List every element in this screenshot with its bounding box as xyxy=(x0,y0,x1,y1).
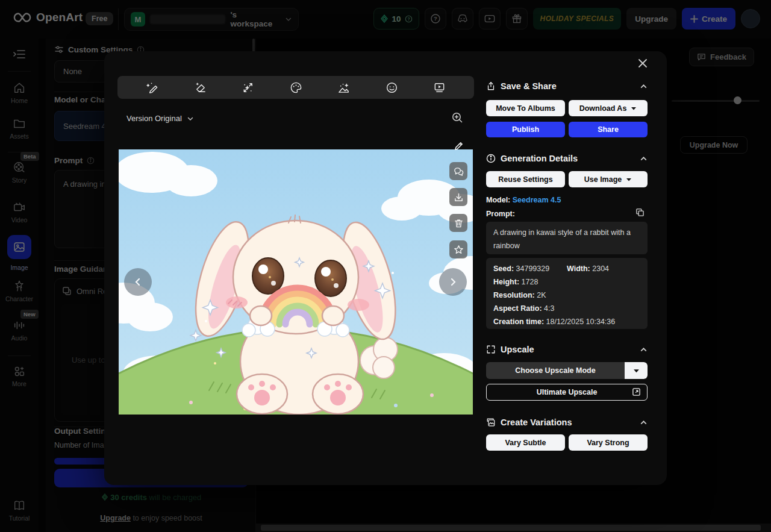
pencil-icon xyxy=(454,141,464,151)
comment-image-button[interactable] xyxy=(449,162,467,180)
prompt-label: Prompt: xyxy=(486,210,515,218)
expand-icon xyxy=(486,345,496,354)
generation-details-header[interactable]: Generation Details xyxy=(486,152,648,164)
save-share-buttons: Move To Albums Download As xyxy=(486,100,648,116)
vary-strong-button[interactable]: Vary Strong xyxy=(569,434,648,451)
face-icon xyxy=(386,81,398,94)
download-icon xyxy=(454,192,464,202)
prompt-value-box[interactable]: A drawing in kawai style of a rabbit wit… xyxy=(486,222,648,254)
enhance-button[interactable] xyxy=(235,78,261,97)
aspect-ratio-label: Aspect Ratio: xyxy=(493,304,542,313)
aspect-ratio-row: Aspect Ratio: 4:3 xyxy=(493,302,640,315)
version-selector-label: Version Original xyxy=(126,114,182,123)
choose-upscale-mode-button[interactable]: Choose Upscale Mode xyxy=(486,362,648,379)
prompt-value-text: A drawing in kawai style of a rabbit wit… xyxy=(493,228,631,250)
variations-icon xyxy=(486,418,496,427)
animate-button[interactable] xyxy=(426,78,453,97)
share-button[interactable]: Share xyxy=(569,122,648,137)
delete-image-button[interactable] xyxy=(449,214,467,232)
chevron-left-icon xyxy=(133,277,143,287)
share-icon xyxy=(486,81,496,91)
image-detail-modal: Version Original xyxy=(104,51,667,485)
chevron-up-icon xyxy=(640,155,648,163)
chat-bubbles-icon xyxy=(454,166,464,177)
vary-subtle-button[interactable]: Vary Subtle xyxy=(486,434,565,451)
reuse-settings-button[interactable]: Reuse Settings xyxy=(486,171,565,187)
image-remix-icon xyxy=(337,81,350,94)
generation-action-buttons: Reuse Settings Use Image xyxy=(486,171,648,187)
upscale-title: Upscale xyxy=(501,345,534,354)
chevron-up-icon xyxy=(640,419,648,427)
choose-upscale-mode-label: Choose Upscale Mode xyxy=(486,362,625,379)
upscale-mode-dropdown[interactable] xyxy=(625,362,648,379)
face-swap-button[interactable] xyxy=(378,78,405,97)
star-icon xyxy=(454,245,464,255)
external-link-icon xyxy=(632,387,641,396)
model-link[interactable]: Seedream 4.5 xyxy=(513,196,561,204)
height-label: Height: xyxy=(493,278,519,286)
creation-time-label: Creation time: xyxy=(493,318,544,326)
version-selector[interactable]: Version Original xyxy=(126,114,194,123)
create-variations-header[interactable]: Create Variations xyxy=(486,416,648,428)
app-root: OpenArt Free M 's workspace 10 ? ? xyxy=(0,0,771,532)
create-variations-title: Create Variations xyxy=(501,418,572,427)
kawaii-rabbit-rainbow-art xyxy=(119,149,473,415)
magic-edit-icon xyxy=(146,81,158,94)
magic-eraser-icon xyxy=(194,81,207,94)
favorite-image-button[interactable] xyxy=(449,240,467,258)
generated-image[interactable] xyxy=(119,149,473,415)
next-image-button[interactable] xyxy=(439,268,467,296)
details-sidebar: Save & Share Move To Albums Download As … xyxy=(486,51,648,485)
save-share-title: Save & Share xyxy=(501,81,557,91)
ultimate-upscale-button[interactable]: Ultimate Upscale xyxy=(486,384,648,401)
creation-time-value: 18/12/2025 10:34:36 xyxy=(546,318,616,326)
download-as-button[interactable]: Download As xyxy=(569,100,648,116)
creation-time-row: Creation time: 18/12/2025 10:34:36 xyxy=(493,315,640,328)
seed-value: 34799329 xyxy=(516,264,550,273)
ultimate-upscale-label: Ultimate Upscale xyxy=(537,388,598,396)
use-image-label: Use Image xyxy=(584,175,622,184)
height-value: 1728 xyxy=(522,278,538,286)
dropdown-caret-icon xyxy=(626,177,632,182)
chevron-up-icon xyxy=(640,83,648,90)
move-to-albums-button[interactable]: Move To Albums xyxy=(486,100,565,116)
upscale-header[interactable]: Upscale xyxy=(486,343,648,355)
dropdown-caret-icon xyxy=(631,106,637,111)
publish-button[interactable]: Publish xyxy=(486,122,565,137)
height-row: Height: 1728 xyxy=(493,275,640,289)
width-label: Width: xyxy=(567,264,590,273)
zoom-in-button[interactable] xyxy=(451,111,463,124)
magic-edit-button[interactable] xyxy=(139,78,166,97)
seed-width-row: Seed: 34799329 Width: 2304 xyxy=(493,262,640,275)
copy-prompt-button[interactable] xyxy=(635,208,645,217)
model-line: Model: Seedream 4.5 xyxy=(486,196,561,204)
style-palette-button[interactable] xyxy=(282,78,309,97)
image-remix-button[interactable] xyxy=(331,78,357,97)
animate-icon xyxy=(433,81,446,94)
chevron-up-icon xyxy=(640,346,648,354)
chevron-down-icon xyxy=(187,115,194,122)
width-value: 2304 xyxy=(592,264,609,273)
palette-icon xyxy=(290,81,302,94)
previous-image-button[interactable] xyxy=(124,268,152,296)
edit-image-button[interactable] xyxy=(449,137,467,155)
model-label: Model: xyxy=(486,196,510,204)
dropdown-caret-icon xyxy=(633,368,640,374)
resolution-row: Resolution: 2K xyxy=(493,289,640,302)
generation-params-box: Seed: 34799329 Width: 2304 Height: 1728 … xyxy=(486,258,648,329)
use-image-button[interactable]: Use Image xyxy=(569,171,648,187)
magic-eraser-button[interactable] xyxy=(187,78,213,97)
download-as-label: Download As xyxy=(579,104,627,113)
download-image-button[interactable] xyxy=(449,188,467,206)
save-share-header[interactable]: Save & Share xyxy=(486,80,648,92)
trash-icon xyxy=(454,218,464,228)
generation-details-title: Generation Details xyxy=(501,154,578,163)
enhance-icon xyxy=(242,81,254,94)
seed-label: Seed: xyxy=(493,264,514,273)
variation-buttons: Vary Subtle Vary Strong xyxy=(486,434,648,451)
publish-share-buttons: Publish Share xyxy=(486,122,648,137)
aspect-ratio-value: 4:3 xyxy=(544,304,554,313)
resolution-label: Resolution: xyxy=(493,291,535,299)
resolution-value: 2K xyxy=(537,291,546,299)
zoom-in-icon xyxy=(451,111,463,124)
